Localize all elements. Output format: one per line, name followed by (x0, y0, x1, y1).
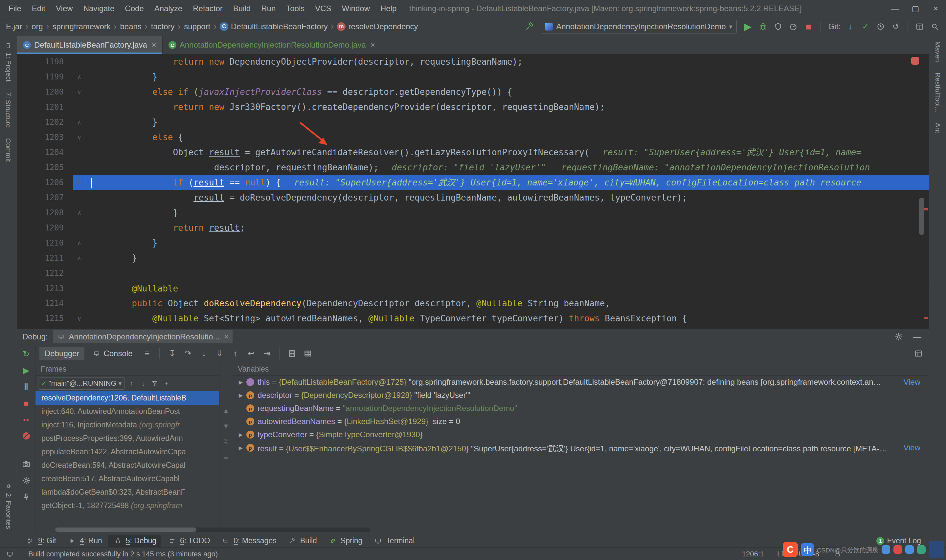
pause-button[interactable]: ‖ (20, 380, 33, 393)
line-number[interactable]: 1198 (17, 54, 73, 69)
caret-position[interactable]: 1206:1 (742, 550, 764, 558)
view-breakpoints-button[interactable]: ●● (20, 413, 33, 426)
breadcrumb-item[interactable]: org (30, 22, 44, 32)
close-icon[interactable]: × (371, 40, 375, 49)
line-number[interactable]: 1208 (17, 205, 73, 220)
step-over-button[interactable]: ↷ (181, 347, 194, 360)
maximize-button[interactable]: ▢ (905, 0, 926, 17)
thread-dump-icon[interactable] (20, 458, 33, 471)
breadcrumb-item[interactable]: beans (119, 22, 143, 32)
line-number[interactable]: 1207 (17, 190, 73, 205)
line-number[interactable]: 1213 (17, 281, 73, 296)
code-line[interactable]: 1198 return new DependencyObjectProvider… (17, 54, 929, 69)
line-number[interactable]: 1211 (17, 251, 73, 266)
layout-button[interactable] (913, 20, 926, 33)
toolwindow-button-spring[interactable]: Spring (323, 535, 367, 547)
menu-view[interactable]: View (51, 0, 78, 17)
stack-frame[interactable]: lambda$doGetBean$0:323, AbstractBeanF (35, 486, 219, 499)
variable-row[interactable]: ▶this = {DefaultListableBeanFactory@1725… (233, 375, 929, 389)
run-button[interactable]: ▶ (741, 20, 755, 33)
stop-button[interactable]: ■ (20, 397, 33, 410)
code-line[interactable]: 1211∧ } (17, 251, 929, 266)
expand-arrow-icon[interactable]: ▶ (236, 445, 246, 451)
resume-button[interactable]: ▶ (20, 364, 33, 377)
code-line[interactable]: 1206∨ if (result == null) {result: "Supe… (17, 175, 929, 190)
code-line[interactable]: 1200∨ else if (javaxInjectProviderClass … (17, 85, 929, 100)
line-number[interactable]: 1212 (17, 266, 73, 281)
toolwindow-stripe-favorites[interactable]: 2: Favorites (4, 477, 13, 534)
breadcrumb-item[interactable]: factory (150, 22, 176, 32)
commit-button[interactable]: ✓ (859, 20, 872, 33)
code-line[interactable]: 1205 descriptor, requestingBeanName);des… (17, 160, 929, 175)
copy-stack-icon[interactable] (221, 437, 231, 447)
code-line[interactable]: 1212 (17, 266, 929, 281)
code-line[interactable]: 1201 return new Jsr330Factory().createDe… (17, 100, 929, 115)
close-icon[interactable]: × (224, 332, 229, 342)
stack-frame[interactable]: doCreateBean:594, AbstractAutowireCapal (35, 458, 219, 472)
fold-marker-icon[interactable]: ∨ (73, 130, 86, 145)
stack-frame[interactable]: resolveDependency:1206, DefaultListableB (35, 391, 219, 405)
menu-window[interactable]: Window (337, 0, 375, 17)
toolwindow-stripe-structure[interactable]: 7: Structure (4, 87, 12, 133)
code-line[interactable]: 1213 @Nullable (17, 281, 929, 296)
menu-help[interactable]: Help (375, 0, 402, 17)
code-line[interactable]: 1199∧ } (17, 69, 929, 85)
debug-button[interactable] (756, 20, 770, 33)
expand-arrow-icon[interactable]: ▶ (236, 379, 246, 385)
toolwindow-button-git[interactable]: 9: Git (20, 535, 61, 547)
run-config-select[interactable]: AnnotationDependencyInjectionResolutionD… (541, 20, 736, 34)
fold-marker-icon[interactable]: ∧ (73, 205, 86, 220)
step-out-button[interactable]: ↑ (229, 347, 242, 360)
toolwindow-button-run[interactable]: 4: Run (62, 535, 107, 547)
view-link[interactable]: View (903, 443, 920, 452)
hide-library-frames-icon[interactable] (149, 378, 160, 389)
debug-session-tab[interactable]: AnnotationDependencyInjectionResolutio..… (53, 330, 233, 343)
horizontal-scrollbar[interactable] (55, 528, 371, 532)
view-link[interactable]: View (903, 377, 920, 387)
tab-debugger[interactable]: Debugger (39, 347, 85, 360)
editor-tab[interactable]: CDefaultListableBeanFactory.java× (17, 36, 163, 54)
line-number[interactable]: 1204 (17, 145, 73, 160)
expand-arrow-icon[interactable]: ▶ (236, 432, 246, 438)
stop-button[interactable]: ■ (802, 20, 815, 33)
toolwindow-button-todo[interactable]: 6: TODO (162, 535, 214, 547)
code-line[interactable]: 1203∨ else { (17, 130, 929, 145)
add-watch-button[interactable]: + (161, 378, 172, 389)
minimize-button[interactable]: — (885, 0, 905, 17)
history-button[interactable] (874, 20, 887, 33)
code-line[interactable]: 1208∧ } (17, 205, 929, 220)
stack-frame[interactable]: populateBean:1422, AbstractAutowireCapa (35, 445, 219, 458)
rollback-button[interactable]: ↺ (889, 20, 902, 33)
toolwindow-stripe-ant[interactable]: Ant (934, 117, 942, 138)
run-to-cursor-button[interactable]: ⇥ (260, 347, 273, 360)
variable-row[interactable]: ▶ptypeConverter = {SimpleTypeConverter@1… (233, 428, 929, 441)
editor-tab[interactable]: CAnnotationDependencyInjectionResolution… (163, 36, 381, 54)
drop-frame-button[interactable]: ↩ (244, 347, 257, 360)
menu-tools[interactable]: Tools (281, 0, 310, 17)
menu-file[interactable]: File (3, 0, 26, 17)
code-line[interactable]: 1210∧ } (17, 235, 929, 251)
code-line[interactable]: 1215∨ @Nullable Set<String> autowiredBea… (17, 311, 929, 326)
breadcrumb-item[interactable]: CDefaultListableBeanFactory (219, 22, 329, 32)
search-everywhere-icon[interactable] (928, 20, 941, 33)
code-line[interactable]: 1209 return result; (17, 220, 929, 235)
fold-marker-icon[interactable]: ∨ (73, 85, 86, 100)
line-number[interactable]: 1199 (17, 69, 73, 85)
line-number[interactable]: 1202 (17, 115, 73, 130)
view-as-table-button[interactable] (301, 347, 314, 360)
evaluate-expression-button[interactable] (285, 347, 299, 360)
mute-breakpoints-button[interactable] (20, 429, 33, 443)
toolwindow-button-debug[interactable]: 5: Debug (108, 535, 161, 547)
fold-marker-icon[interactable]: ∧ (73, 115, 86, 130)
force-step-into-button[interactable]: ⇓ (213, 347, 226, 360)
scroll-up-icon[interactable]: ▲ (221, 405, 231, 415)
show-execution-point-button[interactable]: ↧ (166, 347, 179, 360)
code-line[interactable]: 1204 Object result = getAutowireCandidat… (17, 145, 929, 160)
code-line[interactable]: 1214 public Object doResolveDependency(D… (17, 296, 929, 311)
breadcrumb-item[interactable]: mresolveDependency (336, 22, 419, 32)
menu-refactor[interactable]: Refactor (188, 0, 228, 17)
toolwindow-stripe-maven[interactable]: Maven (934, 36, 942, 67)
restore-layout-button[interactable] (912, 347, 925, 360)
fold-marker-icon[interactable]: ∨ (73, 175, 86, 190)
toolwindow-stripe-commit[interactable]: Commit (4, 133, 12, 167)
